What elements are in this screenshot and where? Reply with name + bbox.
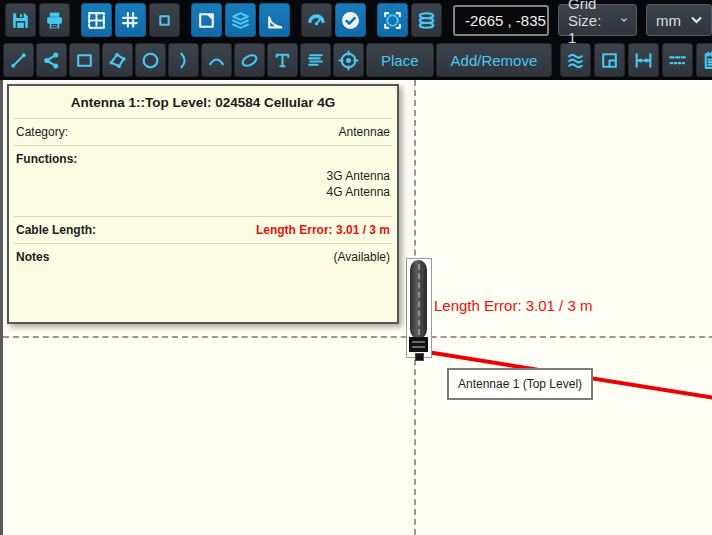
function-item: 3G Antenna [16, 168, 390, 184]
grid-panes-toggle[interactable] [81, 3, 112, 37]
dimension-tool[interactable] [628, 43, 659, 77]
antenna-port [415, 353, 424, 361]
rectangle-tool[interactable] [69, 43, 100, 77]
cable-length-error: Length Error: 3.01 / 3 m [256, 223, 390, 237]
layers-icon [230, 10, 251, 31]
dimension-arrows-icon [633, 50, 654, 71]
grid-size-dropdown[interactable]: Grid Size: 1 [558, 4, 637, 36]
line-icon [8, 50, 29, 71]
selection-region-icon [382, 10, 403, 31]
grid-hash-toggle[interactable] [115, 3, 146, 37]
page-flag-icon [196, 10, 217, 31]
line-tool[interactable] [3, 43, 34, 77]
print-icon [44, 10, 65, 31]
curve-fill-toggle[interactable] [259, 3, 290, 37]
selection-region-toggle[interactable] [377, 3, 408, 37]
ellipse-icon [239, 50, 260, 71]
design-canvas[interactable]: Antennae 1 (Top Level) Length Error: 3.0… [0, 80, 712, 535]
grid-panes-icon [86, 10, 107, 31]
check-circle-icon [340, 10, 361, 31]
notepad-icon [701, 50, 712, 71]
units-value: mm [656, 12, 681, 29]
rectangle-icon [74, 50, 95, 71]
text-tool[interactable] [267, 43, 298, 77]
corner-rect-tool[interactable] [594, 43, 625, 77]
page-flag-toggle[interactable] [191, 3, 222, 37]
chevron-down-icon [621, 16, 627, 24]
ellipse-tool[interactable] [234, 43, 265, 77]
waves-tool[interactable] [560, 43, 591, 77]
cable-length-row: Cable Length: Length Error: 3.01 / 3 m [9, 217, 397, 243]
antenna-centerline [418, 264, 420, 335]
notepad-tool[interactable] [696, 43, 712, 77]
curve-fill-icon [264, 10, 285, 31]
antenna-body [410, 260, 427, 339]
dashed-line-icon [667, 50, 688, 71]
circle-icon [140, 50, 161, 71]
arc-tool[interactable] [168, 43, 199, 77]
snap-square-icon [154, 10, 175, 31]
leader-align-icon [305, 50, 326, 71]
stacked-ellipses-icon [416, 10, 437, 31]
polyline-share-icon [41, 50, 62, 71]
arc-top-icon [206, 50, 227, 71]
main-toolbar: -2665 , -835 Grid Size: 1 mm [0, 0, 712, 40]
save-button[interactable] [5, 3, 36, 37]
function-item: 4G Antenna [16, 184, 390, 200]
cable-length-label: Cable Length: [16, 223, 96, 237]
leader-align-tool[interactable] [300, 43, 331, 77]
antenna-connector [409, 337, 428, 352]
circle-tool[interactable] [135, 43, 166, 77]
save-icon [10, 10, 31, 31]
text-icon [272, 50, 293, 71]
print-button[interactable] [39, 3, 70, 37]
corner-rect-icon [599, 50, 620, 71]
spline-polygon-icon [107, 50, 128, 71]
cursor-coordinates: -2665 , -835 [453, 5, 549, 36]
length-error-text: Length Error: 3.01 / 3 m [434, 297, 592, 314]
category-value: Antennae [339, 125, 390, 139]
spline-polygon-tool[interactable] [102, 43, 133, 77]
gauge-button[interactable] [301, 3, 332, 37]
target-tool[interactable] [333, 43, 364, 77]
functions-section: Functions: 3G Antenna 4G Antenna [9, 146, 397, 216]
functions-label: Functions: [16, 152, 390, 166]
category-label: Category: [16, 125, 68, 139]
snap-square-toggle[interactable] [149, 3, 180, 37]
arc-right-icon [173, 50, 194, 71]
arc-top-tool[interactable] [201, 43, 232, 77]
notes-row: Notes (Available) [9, 244, 397, 270]
notes-value: (Available) [334, 250, 390, 264]
polyline-tool[interactable] [36, 43, 67, 77]
info-panel-title: Antenna 1::Top Level: 024584 Cellular 4G [9, 86, 397, 118]
component-label-text: Antennae 1 (Top Level) [458, 377, 582, 391]
notes-label: Notes [16, 250, 49, 264]
stacked-ellipses-button[interactable] [411, 3, 442, 37]
layers-toggle[interactable] [225, 3, 256, 37]
target-icon [338, 50, 359, 71]
category-row: Category: Antennae [9, 119, 397, 145]
component-label[interactable]: Antennae 1 (Top Level) [447, 368, 593, 400]
place-button[interactable]: Place [366, 43, 434, 77]
draw-toolbar: Place Add/Remove [0, 40, 712, 80]
gauge-icon [306, 10, 327, 31]
waves-icon [565, 50, 586, 71]
chevron-down-icon [691, 16, 702, 24]
add-remove-button[interactable]: Add/Remove [436, 43, 553, 77]
grid-hash-icon [120, 10, 141, 31]
units-dropdown[interactable]: mm [646, 4, 712, 36]
grid-size-value: Grid Size: 1 [568, 0, 611, 46]
component-info-panel: Antenna 1::Top Level: 024584 Cellular 4G… [7, 84, 399, 324]
dashed-style-tool[interactable] [662, 43, 693, 77]
antenna-symbol[interactable] [406, 258, 432, 380]
check-circle-toggle[interactable] [335, 3, 366, 37]
